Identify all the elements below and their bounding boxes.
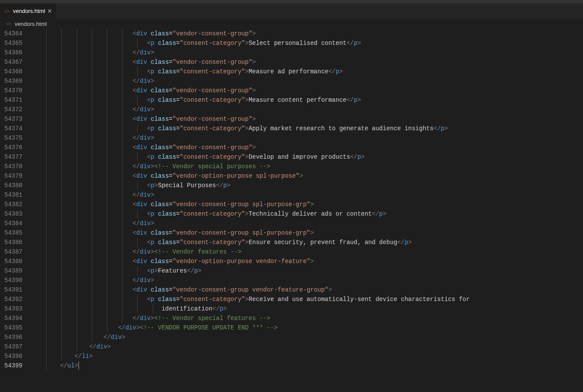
line-number-gutter: 5436454365543665436754368543695437054371… (0, 29, 31, 392)
code-line[interactable]: <div class="vendor-consent-group"> (31, 29, 583, 38)
code-line[interactable]: <p class="consent-category">Technically … (31, 209, 583, 219)
code-line[interactable]: </li> (31, 351, 583, 361)
code-line[interactable]: <p>Features</p> (31, 266, 583, 276)
code-line[interactable]: <p class="consent-category">Apply market… (31, 124, 583, 133)
vertical-scrollbar[interactable] (577, 29, 583, 392)
line-number: 54367 (0, 57, 22, 67)
code-line[interactable]: </div> (31, 133, 583, 143)
line-number: 54385 (0, 228, 22, 238)
line-number: 54395 (0, 323, 22, 332)
line-number: 54368 (0, 67, 22, 76)
line-number: 54388 (0, 257, 22, 266)
line-number: 54364 (0, 29, 22, 38)
line-number: 54380 (0, 181, 22, 190)
code-line[interactable]: </div> (31, 105, 583, 114)
line-number: 54399 (0, 361, 22, 370)
line-number: 54381 (0, 190, 22, 200)
line-number: 54394 (0, 314, 22, 323)
code-line[interactable]: <p class="consent-category">Measure cont… (31, 95, 583, 105)
line-number: 54378 (0, 162, 22, 171)
code-line[interactable]: </ul> (31, 361, 583, 370)
code-line[interactable]: <p class="consent-category">Ensure secur… (31, 238, 583, 247)
html-file-icon: <> (6, 21, 12, 27)
line-number: 54379 (0, 171, 22, 181)
code-editor[interactable]: 5436454365543665436754368543695437054371… (0, 29, 583, 392)
code-line[interactable]: <div class="vendor-consent-group"> (31, 86, 583, 95)
tab-label: vendors.html (13, 8, 45, 14)
code-line[interactable]: </div><!-- Vendor special purposes --> (31, 162, 583, 171)
code-line[interactable]: </div> (31, 342, 583, 351)
line-number: 54391 (0, 285, 22, 295)
code-line[interactable]: <div class="vendor-consent-group"> (31, 57, 583, 67)
code-line[interactable]: identification</p> (31, 304, 583, 314)
code-line[interactable]: <div class="vendor-option-purpose spl-pu… (31, 171, 583, 181)
line-number: 54393 (0, 304, 22, 314)
code-line[interactable]: </div> (31, 276, 583, 285)
code-line[interactable]: </div><!-- VENDOR PURPOSE UPDATE END ***… (31, 323, 583, 332)
code-line[interactable]: </div> (31, 190, 583, 200)
svg-text:<>: <> (4, 9, 9, 13)
svg-text:<>: <> (6, 22, 11, 26)
line-number: 54372 (0, 105, 22, 114)
code-line[interactable]: <p class="consent-category">Select perso… (31, 38, 583, 48)
code-line[interactable]: </div><!-- Vendor features --> (31, 247, 583, 257)
line-number: 54383 (0, 209, 22, 219)
code-line[interactable]: <div class="vendor-consent-group vendor-… (31, 285, 583, 295)
line-number: 54374 (0, 124, 22, 133)
code-line[interactable]: </div><!-- Vendor special features --> (31, 314, 583, 323)
line-number: 54396 (0, 332, 22, 342)
line-number: 54373 (0, 114, 22, 124)
code-line[interactable]: <div class="vendor-consent-group"> (31, 114, 583, 124)
code-line[interactable]: </div> (31, 76, 583, 86)
line-number: 54398 (0, 351, 22, 361)
window-title-bar (0, 0, 583, 3)
breadcrumb[interactable]: <> vendors.html (0, 19, 583, 29)
line-number: 54397 (0, 342, 22, 351)
code-area[interactable]: <div class="vendor-consent-group"> <p cl… (31, 29, 583, 392)
line-number: 54369 (0, 76, 22, 86)
line-number: 54375 (0, 133, 22, 143)
line-number: 54387 (0, 247, 22, 257)
html-file-icon: <> (4, 8, 10, 14)
code-line[interactable]: <div class="vendor-consent-group spl-pur… (31, 228, 583, 238)
code-line[interactable]: <p>Special Purposes</p> (31, 181, 583, 190)
code-line[interactable]: </div> (31, 219, 583, 228)
line-number: 54377 (0, 152, 22, 162)
code-line[interactable]: <p class="consent-category">Develop and … (31, 152, 583, 162)
line-number: 54376 (0, 143, 22, 152)
breadcrumb-file: vendors.html (15, 21, 47, 27)
line-number: 54389 (0, 266, 22, 276)
code-line[interactable]: <div class="vendor-option-purpose vendor… (31, 257, 583, 266)
code-line[interactable]: <div class="vendor-consent-group"> (31, 143, 583, 152)
line-number: 54382 (0, 200, 22, 209)
line-number: 54392 (0, 295, 22, 304)
code-line[interactable]: <div class="vendor-consent-group spl-pur… (31, 200, 583, 209)
close-icon[interactable]: × (47, 8, 51, 15)
line-number: 54386 (0, 238, 22, 247)
line-number: 54370 (0, 86, 22, 95)
line-number: 54366 (0, 48, 22, 57)
line-number: 54365 (0, 38, 22, 48)
code-line[interactable]: </div> (31, 332, 583, 342)
tab-bar: <> vendors.html × (0, 3, 583, 19)
line-number: 54371 (0, 95, 22, 105)
code-line[interactable]: <p class="consent-category">Receive and … (31, 295, 583, 304)
code-line[interactable]: <p class="consent-category">Measure ad p… (31, 67, 583, 76)
line-number: 54390 (0, 276, 22, 285)
line-number: 54384 (0, 219, 22, 228)
tab-vendors-html[interactable]: <> vendors.html × (0, 3, 57, 19)
text-cursor (79, 362, 79, 370)
code-line[interactable]: </div> (31, 48, 583, 57)
